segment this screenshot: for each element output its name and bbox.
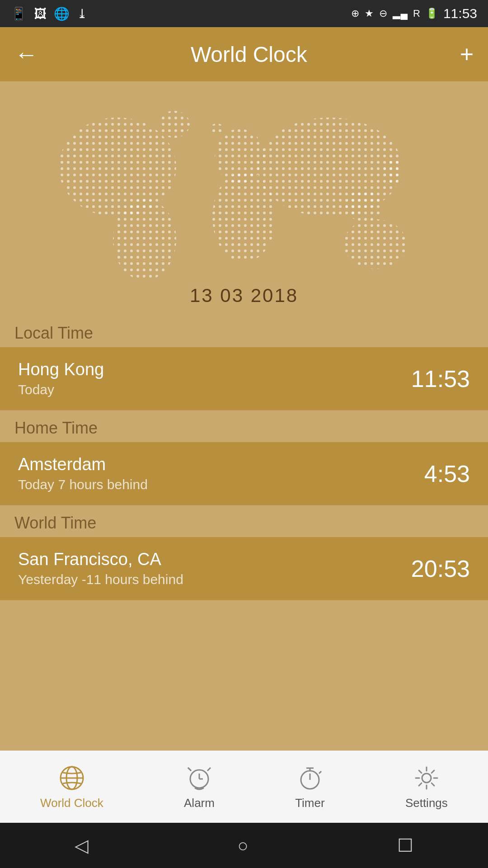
sim-card-icon: 📱 xyxy=(11,6,27,21)
battery-icon: 🔋 xyxy=(426,8,438,19)
nav-timer-label: Timer xyxy=(295,796,324,810)
amsterdam-city: Amsterdam xyxy=(18,455,148,474)
status-icons-left: 📱 🖼 🌐 ⤓ xyxy=(11,6,87,21)
nav-timer[interactable]: Timer xyxy=(286,759,333,815)
nav-alarm[interactable]: Alarm xyxy=(175,759,224,815)
hong-kong-sub: Today xyxy=(18,382,104,397)
nav-settings-label: Settings xyxy=(405,796,448,810)
san-francisco-city: San Francisco, CA xyxy=(18,550,183,569)
san-francisco-row[interactable]: San Francisco, CA Yesterday -11 hours be… xyxy=(0,537,488,600)
add-clock-button[interactable]: + xyxy=(460,42,474,66)
local-time-header: Local Time xyxy=(0,316,488,347)
svg-point-2 xyxy=(113,199,176,280)
hong-kong-time: 11:53 xyxy=(411,365,470,392)
signal-icon: ▂▄ xyxy=(393,8,408,19)
android-nav-bar: ◁ ○ ☐ xyxy=(0,823,488,868)
local-time-label: Local Time xyxy=(14,324,93,342)
android-back-button[interactable]: ◁ xyxy=(75,835,89,856)
settings-icon xyxy=(412,764,441,793)
nav-world-clock[interactable]: World Clock xyxy=(31,759,113,815)
alarm-icon xyxy=(185,764,214,793)
back-button[interactable]: ← xyxy=(14,42,38,66)
svg-point-1 xyxy=(59,118,176,217)
san-francisco-sub: Yesterday -11 hours behind xyxy=(18,572,183,587)
dnd-icon: ⊖ xyxy=(379,8,387,19)
svg-point-8 xyxy=(210,123,224,134)
san-francisco-info: San Francisco, CA Yesterday -11 hours be… xyxy=(18,550,183,587)
status-bar: 📱 🖼 🌐 ⤓ ⊕ ★ ⊖ ▂▄ R 🔋 11:53 xyxy=(0,0,488,27)
amsterdam-time: 4:53 xyxy=(424,460,470,487)
nav-world-clock-label: World Clock xyxy=(40,796,103,810)
app-bar-title: World Clock xyxy=(191,42,307,67)
home-time-header: Home Time xyxy=(0,410,488,442)
bottom-nav: World Clock Alarm Time xyxy=(0,750,488,823)
world-time-label: World Time xyxy=(14,514,96,532)
svg-line-18 xyxy=(207,768,211,771)
home-time-label: Home Time xyxy=(14,419,98,437)
download-icon: ⤓ xyxy=(77,6,87,21)
content-spacer xyxy=(0,600,488,750)
hong-kong-info: Hong Kong Today xyxy=(18,360,104,397)
svg-point-6 xyxy=(343,219,407,269)
gallery-icon: 🖼 xyxy=(34,6,47,21)
world-clock-icon xyxy=(57,764,86,793)
android-home-button[interactable]: ○ xyxy=(237,835,248,856)
globe-icon: 🌐 xyxy=(54,6,70,21)
map-area: 13 03 2018 xyxy=(0,81,488,316)
timer-icon xyxy=(296,764,324,793)
hong-kong-city: Hong Kong xyxy=(18,360,104,379)
world-map xyxy=(41,90,447,280)
world-time-header: World Time xyxy=(0,505,488,537)
gps-icon: ⊕ xyxy=(351,8,359,19)
san-francisco-time: 20:53 xyxy=(411,555,470,582)
bluetooth-icon: ★ xyxy=(365,8,374,19)
app-bar: ← World Clock + xyxy=(0,27,488,81)
svg-line-24 xyxy=(319,771,321,774)
status-time: 11:53 xyxy=(443,6,477,21)
svg-line-19 xyxy=(188,768,191,771)
hong-kong-row[interactable]: Hong Kong Today 11:53 xyxy=(0,347,488,410)
nav-settings[interactable]: Settings xyxy=(396,759,457,815)
svg-point-7 xyxy=(158,111,190,138)
android-recents-button[interactable]: ☐ xyxy=(397,835,413,856)
amsterdam-info: Amsterdam Today 7 hours behind xyxy=(18,455,148,492)
status-icons-right: ⊕ ★ ⊖ ▂▄ R 🔋 11:53 xyxy=(351,6,477,21)
amsterdam-row[interactable]: Amsterdam Today 7 hours behind 4:53 xyxy=(0,442,488,505)
amsterdam-sub: Today 7 hours behind xyxy=(18,477,148,492)
svg-point-10 xyxy=(346,190,382,222)
svg-point-9 xyxy=(384,156,402,183)
date-display: 13 03 2018 xyxy=(190,285,298,307)
svg-point-25 xyxy=(422,774,431,783)
nav-alarm-label: Alarm xyxy=(184,796,215,810)
r-icon: R xyxy=(413,8,420,19)
